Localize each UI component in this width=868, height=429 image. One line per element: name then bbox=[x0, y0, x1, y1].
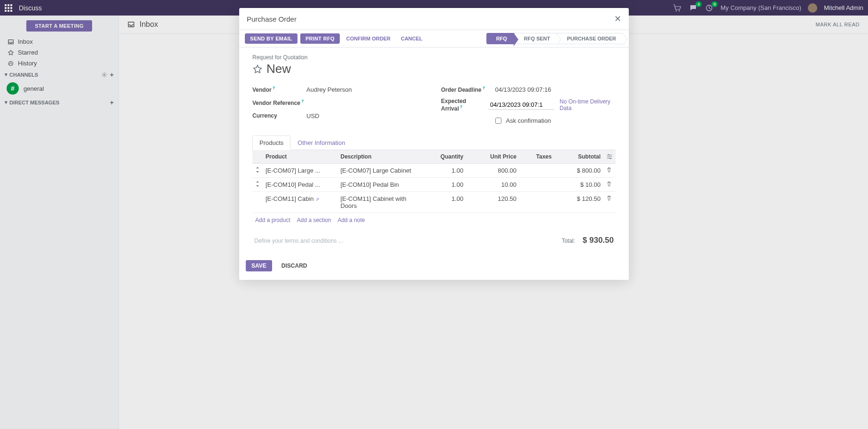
chat-icon[interactable]: 4 bbox=[688, 3, 698, 13]
arrival-label: Expected Arrival? bbox=[441, 98, 488, 112]
clock-icon[interactable]: 8 bbox=[704, 3, 714, 13]
vendor-ref-label: Vendor Reference? bbox=[252, 99, 306, 106]
status-rfq[interactable]: RFQ bbox=[486, 33, 514, 44]
delete-row-icon[interactable] bbox=[603, 192, 616, 213]
save-button[interactable]: SAVE bbox=[246, 260, 272, 271]
th-subtotal[interactable]: Subtotal bbox=[555, 150, 603, 164]
priority-star-icon[interactable] bbox=[252, 64, 263, 74]
delete-row-icon[interactable] bbox=[603, 178, 616, 192]
description-cell[interactable]: [E-COM10] Pedal Bin bbox=[337, 178, 419, 192]
drag-handle-icon bbox=[252, 192, 263, 213]
order-lines-table: Product Description Quantity Unit Price … bbox=[252, 150, 616, 213]
vendor-field[interactable]: Audrey Peterson bbox=[306, 86, 427, 93]
svg-point-0 bbox=[676, 10, 677, 11]
modal-overlay: Purchase Order ✕ SEND BY EMAIL PRINT RFQ… bbox=[0, 16, 868, 429]
table-row[interactable]: [E-COM11] Cabin⇗[E-COM11] Cabinet with D… bbox=[252, 192, 616, 213]
drag-handle-icon[interactable] bbox=[252, 178, 263, 192]
taxes-cell[interactable] bbox=[519, 192, 555, 213]
discard-button[interactable]: DISCARD bbox=[277, 260, 312, 271]
avatar[interactable] bbox=[808, 3, 817, 13]
confirm-order-button[interactable]: CONFIRM ORDER bbox=[343, 33, 394, 44]
company-name[interactable]: My Company (San Francisco) bbox=[720, 4, 801, 11]
th-description[interactable]: Description bbox=[337, 150, 419, 164]
description-cell[interactable]: [E-COM11] Cabinet with Doors bbox=[337, 192, 419, 213]
delete-row-icon[interactable] bbox=[603, 164, 616, 178]
print-rfq-button[interactable]: PRINT RFQ bbox=[300, 33, 340, 44]
subtotal-cell: $ 10.00 bbox=[555, 178, 603, 192]
unit-price-cell[interactable]: 800.00 bbox=[466, 164, 519, 178]
status-purchase-order[interactable]: PURCHASE ORDER bbox=[557, 33, 623, 44]
drag-handle-icon[interactable] bbox=[252, 164, 263, 178]
taxes-cell[interactable] bbox=[519, 178, 555, 192]
unit-price-cell[interactable]: 10.00 bbox=[466, 178, 519, 192]
cancel-button[interactable]: CANCEL bbox=[397, 33, 426, 44]
tab-products[interactable]: Products bbox=[252, 135, 290, 150]
th-unit-price[interactable]: Unit Price bbox=[466, 150, 519, 164]
terms-placeholder[interactable]: Define your terms and conditions ... bbox=[254, 236, 343, 245]
add-note-link[interactable]: Add a note bbox=[337, 217, 365, 223]
purchase-order-modal: Purchase Order ✕ SEND BY EMAIL PRINT RFQ… bbox=[239, 8, 629, 280]
user-name[interactable]: Mitchell Admin bbox=[824, 4, 863, 11]
send-email-button[interactable]: SEND BY EMAIL bbox=[245, 33, 297, 44]
th-taxes[interactable]: Taxes bbox=[519, 150, 555, 164]
topnav-right: 4 8 My Company (San Francisco) Mitchell … bbox=[673, 3, 863, 13]
description-cell[interactable]: [E-COM07] Large Cabinet bbox=[337, 164, 419, 178]
total-value: $ 930.50 bbox=[583, 236, 614, 245]
svg-point-1 bbox=[679, 10, 680, 11]
external-link-icon[interactable]: ⇗ bbox=[315, 197, 319, 202]
th-product[interactable]: Product bbox=[263, 150, 337, 164]
options-icon[interactable] bbox=[603, 150, 616, 164]
help-icon[interactable]: ? bbox=[273, 86, 275, 90]
ask-confirmation-label: Ask confirmation bbox=[506, 117, 551, 124]
deadline-field[interactable]: 04/13/2023 09:07:16 bbox=[495, 86, 616, 93]
add-product-link[interactable]: Add a product bbox=[255, 217, 290, 223]
help-icon[interactable]: ? bbox=[460, 104, 463, 109]
quantity-cell[interactable]: 1.00 bbox=[419, 178, 466, 192]
delivery-data-link[interactable]: No On-time Delivery Data bbox=[560, 98, 616, 111]
currency-field[interactable]: USD bbox=[306, 112, 427, 119]
table-row[interactable]: [E-COM07] Large ...[E-COM07] Large Cabin… bbox=[252, 164, 616, 178]
clock-badge: 8 bbox=[712, 1, 718, 7]
apps-icon[interactable] bbox=[5, 4, 12, 12]
status-bar: RFQ RFQ SENT PURCHASE ORDER bbox=[486, 33, 623, 44]
table-row[interactable]: [E-COM10] Pedal ...[E-COM10] Pedal Bin1.… bbox=[252, 178, 616, 192]
quantity-cell[interactable]: 1.00 bbox=[419, 164, 466, 178]
deadline-label: Order Deadline? bbox=[441, 86, 495, 93]
chat-badge: 4 bbox=[696, 1, 702, 7]
help-icon[interactable]: ? bbox=[301, 99, 304, 103]
product-cell[interactable]: [E-COM10] Pedal ... bbox=[263, 178, 337, 192]
quantity-cell[interactable]: 1.00 bbox=[419, 192, 466, 213]
product-cell[interactable]: [E-COM07] Large ... bbox=[263, 164, 337, 178]
add-section-link[interactable]: Add a section bbox=[297, 217, 331, 223]
cart-icon[interactable] bbox=[673, 3, 682, 13]
rfq-label: Request for Quotation bbox=[252, 54, 616, 61]
taxes-cell[interactable] bbox=[519, 164, 555, 178]
unit-price-cell[interactable]: 120.50 bbox=[466, 192, 519, 213]
currency-label: Currency bbox=[252, 112, 306, 119]
product-cell[interactable]: [E-COM11] Cabin⇗ bbox=[263, 192, 337, 213]
modal-title: Purchase Order bbox=[247, 15, 297, 23]
ask-confirmation-checkbox[interactable] bbox=[495, 118, 501, 124]
po-title: New bbox=[266, 62, 291, 76]
close-icon[interactable]: ✕ bbox=[614, 14, 621, 24]
help-icon[interactable]: ? bbox=[483, 86, 485, 90]
vendor-label: Vendor? bbox=[252, 86, 306, 93]
tab-other-info[interactable]: Other Information bbox=[290, 135, 352, 150]
subtotal-cell: $ 800.00 bbox=[555, 164, 603, 178]
total-label: Total: bbox=[562, 238, 575, 244]
arrival-field[interactable] bbox=[488, 100, 554, 110]
th-quantity[interactable]: Quantity bbox=[419, 150, 466, 164]
subtotal-cell: $ 120.50 bbox=[555, 192, 603, 213]
status-rfq-sent[interactable]: RFQ SENT bbox=[514, 33, 557, 44]
